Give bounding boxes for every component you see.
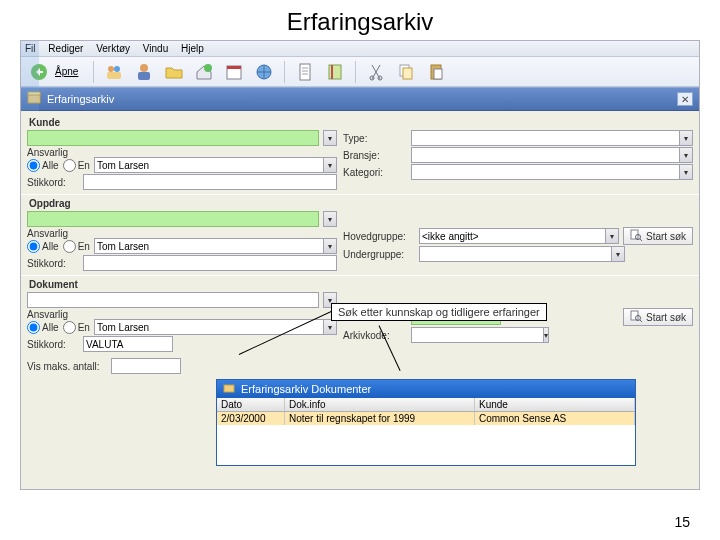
dokument-start-sok-button[interactable]: Start søk bbox=[623, 308, 693, 326]
toolbar-separator bbox=[355, 61, 356, 83]
page-number: 15 bbox=[674, 514, 690, 530]
oppdrag-hovedgruppe-input[interactable] bbox=[419, 228, 605, 244]
oppdrag-radio-alle[interactable]: Alle bbox=[27, 240, 59, 253]
svg-line-26 bbox=[640, 320, 642, 322]
svg-point-6 bbox=[204, 64, 212, 72]
folder-icon[interactable] bbox=[162, 60, 186, 84]
user-icon[interactable] bbox=[132, 60, 156, 84]
oppdrag-undergruppe-label: Undergruppe: bbox=[343, 249, 415, 260]
dokument-person-dropdown[interactable]: ▾ bbox=[323, 319, 337, 335]
grid-empty-area bbox=[217, 425, 635, 465]
results-grid: Dato Dok.info Kunde 2/03/2000 Noter til … bbox=[217, 398, 635, 465]
dokument-vismaks-input[interactable] bbox=[111, 358, 181, 374]
globe-icon[interactable] bbox=[252, 60, 276, 84]
col-kunde[interactable]: Kunde bbox=[475, 398, 635, 411]
dokument-input[interactable] bbox=[27, 292, 319, 308]
oppdrag-start-sok-button[interactable]: Start søk bbox=[623, 227, 693, 245]
dokument-arkivkode-input[interactable] bbox=[411, 327, 543, 343]
menu-window[interactable]: Vindu bbox=[143, 43, 168, 54]
col-dokinfo[interactable]: Dok.info bbox=[285, 398, 475, 411]
dokument-arkivkode-label: Arkivkode: bbox=[343, 330, 407, 341]
dokument-person-input[interactable] bbox=[94, 319, 323, 335]
oppdrag-input[interactable] bbox=[27, 211, 319, 227]
svg-rect-3 bbox=[107, 72, 121, 79]
kunde-input[interactable] bbox=[27, 130, 319, 146]
cut-icon[interactable] bbox=[364, 60, 388, 84]
svg-point-4 bbox=[140, 64, 148, 72]
menu-file[interactable]: Fil bbox=[25, 43, 36, 54]
kunde-person-dropdown[interactable]: ▾ bbox=[323, 157, 337, 173]
oppdrag-dropdown[interactable]: ▾ bbox=[323, 211, 337, 227]
oppdrag-hovedgruppe-label: Hovedgruppe: bbox=[343, 231, 415, 242]
archive-icon bbox=[223, 382, 235, 396]
users-icon[interactable] bbox=[102, 60, 126, 84]
dokument-heading: Dokument bbox=[29, 279, 693, 290]
divider bbox=[21, 194, 699, 195]
calendar-icon[interactable] bbox=[222, 60, 246, 84]
kunde-radio-alle[interactable]: Alle bbox=[27, 159, 59, 172]
dokument-stikkord-input[interactable] bbox=[83, 336, 173, 352]
panel-title: Erfaringsarkiv bbox=[47, 93, 114, 105]
kunde-kategori-dropdown[interactable]: ▾ bbox=[679, 164, 693, 180]
kunde-bransje-dropdown[interactable]: ▾ bbox=[679, 147, 693, 163]
grid-header: Dato Dok.info Kunde bbox=[217, 398, 635, 412]
svg-rect-20 bbox=[28, 92, 40, 95]
svg-rect-27 bbox=[224, 385, 234, 392]
oppdrag-radio-en[interactable]: En bbox=[63, 240, 90, 253]
search-icon bbox=[630, 310, 642, 324]
cell-kunde: Common Sense AS bbox=[475, 412, 635, 425]
oppdrag-person-dropdown[interactable]: ▾ bbox=[323, 238, 337, 254]
search-icon bbox=[630, 229, 642, 243]
kunde-heading: Kunde bbox=[29, 117, 693, 128]
book-icon[interactable] bbox=[323, 60, 347, 84]
archive-icon bbox=[27, 91, 41, 107]
oppdrag-undergruppe-dropdown[interactable]: ▾ bbox=[611, 246, 625, 262]
kunde-person-input[interactable] bbox=[94, 157, 323, 173]
divider bbox=[21, 275, 699, 276]
oppdrag-hovedgruppe-dropdown[interactable]: ▾ bbox=[605, 228, 619, 244]
callout-box: Søk etter kunnskap og tidligere erfaring… bbox=[331, 303, 547, 321]
document-icon[interactable] bbox=[293, 60, 317, 84]
kunde-type-dropdown[interactable]: ▾ bbox=[679, 130, 693, 146]
paste-icon[interactable] bbox=[424, 60, 448, 84]
svg-point-1 bbox=[108, 66, 114, 72]
toolbar-separator bbox=[284, 61, 285, 83]
table-row[interactable]: 2/03/2000 Noter til regnskapet for 1999 … bbox=[217, 412, 635, 425]
subwindow-title-bar[interactable]: Erfaringsarkiv Dokumenter bbox=[217, 380, 635, 398]
svg-rect-10 bbox=[300, 64, 310, 80]
menu-help[interactable]: Hjelp bbox=[181, 43, 204, 54]
kunde-stikkord-input[interactable] bbox=[83, 174, 337, 190]
dokument-radio-alle[interactable]: Alle bbox=[27, 321, 59, 334]
oppdrag-stikkord-input[interactable] bbox=[83, 255, 337, 271]
oppdrag-person-input[interactable] bbox=[94, 238, 323, 254]
open-label: Åpne bbox=[55, 66, 78, 77]
results-subwindow: Erfaringsarkiv Dokumenter Dato Dok.info … bbox=[216, 379, 636, 466]
dokument-vismaks-label: Vis maks. antall: bbox=[27, 361, 107, 372]
col-dato[interactable]: Dato bbox=[217, 398, 285, 411]
copy-icon[interactable] bbox=[394, 60, 418, 84]
open-button[interactable]: Åpne bbox=[25, 58, 85, 86]
kunde-type-label: Type: bbox=[343, 133, 407, 144]
kunde-dropdown[interactable]: ▾ bbox=[323, 130, 337, 146]
svg-rect-18 bbox=[434, 69, 442, 79]
kunde-bransje-label: Bransje: bbox=[343, 150, 407, 161]
oppdrag-undergruppe-input[interactable] bbox=[419, 246, 611, 262]
close-button[interactable]: ✕ bbox=[677, 92, 693, 106]
kunde-bransje-input[interactable] bbox=[411, 147, 679, 163]
open-icon bbox=[27, 60, 51, 84]
kunde-type-input[interactable] bbox=[411, 130, 679, 146]
dokument-radio-en[interactable]: En bbox=[63, 321, 90, 334]
svg-rect-11 bbox=[329, 65, 341, 79]
oppdrag-ansvarlig-label: Ansvarlig bbox=[27, 228, 79, 239]
kunde-radio-en[interactable]: En bbox=[63, 159, 90, 172]
menu-tools[interactable]: Verktøy bbox=[96, 43, 130, 54]
house-icon[interactable] bbox=[192, 60, 216, 84]
menu-edit[interactable]: Rediger bbox=[48, 43, 83, 54]
kunde-ansvarlig-label: Ansvarlig bbox=[27, 147, 79, 158]
panel-title-bar: Erfaringsarkiv ✕ bbox=[21, 87, 699, 111]
svg-rect-8 bbox=[227, 66, 241, 69]
svg-rect-16 bbox=[403, 68, 412, 79]
subwindow-title: Erfaringsarkiv Dokumenter bbox=[241, 383, 371, 395]
kunde-kategori-input[interactable] bbox=[411, 164, 679, 180]
dokument-arkivkode-dropdown[interactable]: ▾ bbox=[543, 327, 549, 343]
